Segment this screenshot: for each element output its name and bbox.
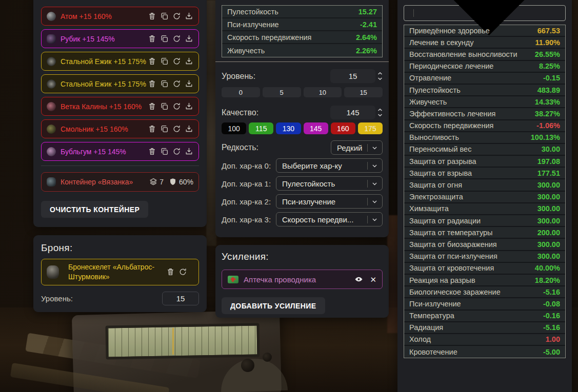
container-row[interactable]: Контейнер «Вязанка» 7 60% xyxy=(41,172,199,192)
trash-icon[interactable] xyxy=(148,79,156,88)
extra-stat-select[interactable]: Выберите хар-ку xyxy=(276,158,383,173)
spinner-down-icon[interactable] xyxy=(377,77,383,80)
reload-icon[interactable] xyxy=(178,267,187,276)
summary-row: Эффективность лечения 38.27% xyxy=(404,108,565,120)
summary-row: Температура -0.16 xyxy=(404,311,565,322)
quality-preset-button[interactable]: 175 xyxy=(358,122,383,134)
reload-icon[interactable] xyxy=(172,125,181,133)
anomaly-reactions-select[interactable]: Реакции на аномалии xyxy=(404,5,566,21)
trash-icon[interactable] xyxy=(148,34,156,43)
level-input[interactable]: 15 xyxy=(330,69,375,83)
chevron-down-icon xyxy=(371,162,378,169)
copy-icon[interactable] xyxy=(160,79,169,88)
trash-icon[interactable] xyxy=(148,125,156,133)
reload-icon[interactable] xyxy=(172,147,181,156)
copy-icon[interactable] xyxy=(160,57,169,66)
armor-actions xyxy=(166,267,187,276)
rarity-label: Редкость: xyxy=(222,143,258,152)
summary-row: Защита от огня 300.00 xyxy=(404,179,565,191)
copy-icon[interactable] xyxy=(160,102,169,111)
extra-stat-label: Доп. хар-ка 2: xyxy=(222,197,271,206)
import-icon[interactable] xyxy=(185,125,193,133)
level-preset-button[interactable]: 5 xyxy=(263,87,301,97)
level-preset-button[interactable]: 10 xyxy=(304,87,342,97)
rubik-icon xyxy=(47,34,56,44)
spinner-up-icon[interactable] xyxy=(377,108,383,112)
steel-hedgehog-icon xyxy=(47,79,56,89)
boost-row[interactable]: Аптечка проводника ✕ xyxy=(222,270,383,289)
summary-panel: Реакции на аномалии Приведённое здоровье… xyxy=(397,0,572,392)
close-icon[interactable]: ✕ xyxy=(370,276,376,283)
reload-icon[interactable] xyxy=(172,79,181,88)
chevron-down-icon xyxy=(371,145,378,151)
reload-icon[interactable] xyxy=(172,102,181,111)
artifact-actions xyxy=(148,57,193,66)
container-protection: 60% xyxy=(169,178,193,186)
artifact-actions xyxy=(148,147,193,156)
app-root: Атом +15 160% Рубик +15 145% xyxy=(0,0,578,392)
copy-icon[interactable] xyxy=(160,12,169,20)
import-icon[interactable] xyxy=(185,57,193,66)
extra-stat-select[interactable]: Скорость передви... xyxy=(276,212,383,226)
summary-row: Живучесть 14.33% xyxy=(404,96,565,108)
quality-preset-button[interactable]: 100 xyxy=(222,122,246,134)
eye-icon[interactable] xyxy=(354,275,363,284)
artifact-row[interactable]: Атом +15 160% xyxy=(41,7,199,26)
level-presets: 051015 xyxy=(222,87,383,97)
copy-icon[interactable] xyxy=(160,147,169,156)
quality-preset-button[interactable]: 145 xyxy=(304,122,328,134)
quality-label: Качество: xyxy=(222,108,258,117)
import-icon[interactable] xyxy=(185,147,193,156)
import-icon[interactable] xyxy=(185,79,193,88)
artifacts-panel: Атом +15 160% Рубик +15 145% xyxy=(33,0,207,227)
reload-icon[interactable] xyxy=(172,12,181,20)
armor-title: Броня: xyxy=(41,242,199,254)
summary-row: Защита от взрыва 177.51 xyxy=(404,168,565,179)
extra-stat-select[interactable]: Пси-излучение xyxy=(276,194,383,209)
add-boost-button[interactable]: ДОБАВИТЬ УСИЛЕНИЕ xyxy=(222,297,325,314)
summary-row: Кровотечение -5.00 xyxy=(404,346,565,358)
artifact-editor-panel: Пулестойкость 15.27 Пси-излучение -2.41 … xyxy=(215,0,389,237)
spinner-down-icon[interactable] xyxy=(377,113,383,117)
armor-row[interactable]: Бронескелет «Альбатрос-Штурмовик» xyxy=(41,259,199,285)
artifact-actions xyxy=(148,12,193,20)
trash-icon[interactable] xyxy=(166,267,175,276)
import-icon[interactable] xyxy=(185,102,193,111)
trash-icon[interactable] xyxy=(148,147,156,156)
copy-icon[interactable] xyxy=(160,34,169,43)
import-icon[interactable] xyxy=(185,12,193,20)
artifact-row[interactable]: Стальной Ежик +15 175% xyxy=(41,74,199,93)
shield-icon xyxy=(169,178,177,186)
armor-level-input[interactable]: 15 xyxy=(162,292,199,305)
exoskeleton-icon xyxy=(47,265,59,279)
trash-icon[interactable] xyxy=(148,102,156,111)
reload-icon[interactable] xyxy=(172,57,181,66)
summary-row: Химзащита 300.00 xyxy=(404,203,565,215)
quality-preset-button[interactable]: 115 xyxy=(249,122,273,134)
artifact-label: Атом +15 160% xyxy=(61,12,148,20)
section-divider xyxy=(215,61,389,62)
clear-container-button[interactable]: ОЧИСТИТЬ КОНТЕЙНЕР xyxy=(41,201,148,218)
import-icon[interactable] xyxy=(185,34,193,43)
quality-preset-button[interactable]: 130 xyxy=(276,122,301,134)
level-preset-button[interactable]: 0 xyxy=(222,87,260,97)
artifact-row[interactable]: Бубльгум +15 145% xyxy=(41,142,199,161)
reload-icon[interactable] xyxy=(172,34,181,43)
quality-preset-button[interactable]: 160 xyxy=(331,122,355,134)
summary-row: Защита от радиации 300.00 xyxy=(404,215,565,227)
artifact-actions xyxy=(148,125,193,133)
copy-icon[interactable] xyxy=(160,125,169,133)
rarity-select[interactable]: Редкий xyxy=(331,140,383,155)
artifact-row[interactable]: Смольник +15 160% xyxy=(41,119,199,138)
container-icon xyxy=(47,177,56,187)
extra-stat-select[interactable]: Пулестойкость xyxy=(276,176,383,191)
artifact-row[interactable]: Ветка Калины +15 160% xyxy=(41,97,199,116)
quality-input[interactable]: 145 xyxy=(330,106,375,119)
trash-icon[interactable] xyxy=(148,57,156,66)
spinner-up-icon[interactable] xyxy=(377,72,383,75)
artifact-row[interactable]: Стальной Ежик +15 175% xyxy=(41,52,199,71)
trash-icon[interactable] xyxy=(148,12,156,20)
artifact-row[interactable]: Рубик +15 145% xyxy=(41,29,199,48)
level-preset-button[interactable]: 15 xyxy=(344,87,383,97)
summary-row: Биологическое заражение -5.16 xyxy=(404,286,565,298)
